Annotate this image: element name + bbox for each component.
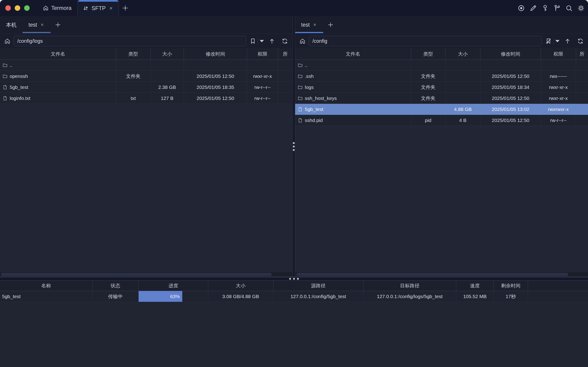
- right-toolbar-icons: [545, 38, 584, 45]
- toolbar-separator: [258, 38, 258, 45]
- table-row[interactable]: ..: [0, 60, 292, 71]
- gear-icon[interactable]: [577, 4, 585, 12]
- left-tab-local[interactable]: 本机: [0, 16, 23, 33]
- bookmark-dropdown-icon[interactable]: [260, 40, 264, 42]
- column-header-name[interactable]: 名称: [0, 281, 92, 291]
- folder-icon: [298, 63, 303, 68]
- search-icon[interactable]: [565, 4, 573, 12]
- scrollbar-thumb[interactable]: [1, 273, 272, 276]
- right-horizontal-scrollbar[interactable]: [295, 272, 588, 277]
- splitter-dot: [293, 146, 295, 147]
- right-path-input[interactable]: [309, 36, 542, 46]
- left-tab-local-label: 本机: [6, 21, 17, 28]
- table-row-selected[interactable]: 5gb_test 4.88 GB 2025/01/05 13:02 rwxrwx…: [295, 104, 588, 115]
- column-header-modified[interactable]: 修改时间: [184, 48, 247, 59]
- transfer-remaining: 17秒: [494, 291, 528, 302]
- new-tab-button[interactable]: [119, 0, 132, 16]
- right-file-pane: test × 文件名 类型 大小 修改时间 权限: [295, 16, 588, 277]
- transfer-row[interactable]: 5gb_test 传输中 63% 3.08 GB/4.88 GB 127.0.0…: [0, 291, 588, 302]
- scrollbar-thumb[interactable]: [297, 273, 568, 276]
- bookmark-icon[interactable]: [249, 38, 256, 45]
- right-tab-test-close-icon[interactable]: ×: [312, 22, 317, 28]
- right-file-list: .. .ssh 文件夹 2025/01/05 12:50 rwx------ l…: [295, 60, 588, 272]
- left-tab-test[interactable]: test ×: [23, 16, 51, 33]
- column-header-owner[interactable]: 所: [278, 48, 292, 59]
- transfer-filler: [528, 291, 588, 302]
- branch-icon[interactable]: [553, 4, 561, 12]
- column-header-size[interactable]: 大小: [208, 281, 273, 291]
- close-window-button[interactable]: [5, 5, 11, 11]
- transfer-target-path: 127.0.0.1:/config/logs/5gb_test: [363, 291, 456, 302]
- left-path-input[interactable]: [14, 36, 246, 46]
- tab-termora[interactable]: Termora: [37, 0, 77, 16]
- column-header-type[interactable]: 类型: [411, 48, 445, 59]
- column-header-size[interactable]: 大小: [445, 48, 480, 59]
- key-icon[interactable]: [541, 4, 549, 12]
- tab-sftp-close-icon[interactable]: ×: [109, 5, 114, 11]
- splitter-dot: [293, 149, 295, 151]
- column-header-target[interactable]: 目标路径: [363, 281, 456, 291]
- bookmark-off-icon[interactable]: [545, 38, 552, 45]
- table-row[interactable]: loginfo.txt txt 127 B 2025/01/05 12:50 r…: [0, 93, 292, 104]
- home-icon[interactable]: [299, 38, 306, 44]
- zoom-window-button[interactable]: [24, 5, 30, 11]
- column-header-source[interactable]: 源路径: [273, 281, 363, 291]
- home-icon[interactable]: [4, 38, 11, 44]
- right-table-header: 文件名 类型 大小 修改时间 权限 所: [295, 48, 588, 60]
- column-header-name[interactable]: 文件名: [295, 48, 411, 59]
- refresh-icon[interactable]: [577, 38, 584, 45]
- left-file-list: .. openssh 文件夹 2025/01/05 12:50 rwxr-xr-…: [0, 60, 292, 272]
- transfers-panel: 名称 状态 进度 大小 源路径 目标路径 速度 剩余时间 5gb_test 传输…: [0, 281, 588, 367]
- table-row[interactable]: sshd.pid pid 4 B 2025/01/05 12:50 rw-r--…: [295, 115, 588, 126]
- left-toolbar-icons: [249, 38, 288, 45]
- transfer-progress-label: 63%: [170, 294, 180, 299]
- table-row[interactable]: ..: [295, 60, 588, 71]
- left-tab-test-close-icon[interactable]: ×: [40, 22, 45, 28]
- table-row[interactable]: logs 文件夹 2025/01/05 18:34 rwxr-xr-x: [295, 82, 588, 93]
- transfer-progress-fill: 63%: [139, 291, 182, 302]
- column-header-name[interactable]: 文件名: [0, 48, 116, 59]
- right-pane-toolbar: [295, 34, 588, 48]
- record-icon[interactable]: [517, 4, 525, 12]
- left-horizontal-scrollbar[interactable]: [0, 272, 292, 277]
- table-row[interactable]: openssh 文件夹 2025/01/05 12:50 rwxr-xr-x: [0, 71, 292, 82]
- column-header-type[interactable]: 类型: [116, 48, 151, 59]
- folder-icon: [298, 96, 303, 101]
- refresh-icon[interactable]: [281, 38, 288, 45]
- column-header-status[interactable]: 状态: [92, 281, 139, 291]
- column-header-speed[interactable]: 速度: [456, 281, 494, 291]
- right-tab-test[interactable]: test ×: [295, 16, 323, 33]
- transfer-progress-cell: 63%: [139, 291, 208, 302]
- table-row[interactable]: .ssh 文件夹 2025/01/05 12:50 rwx------: [295, 71, 588, 82]
- splitter-dot: [293, 142, 295, 144]
- splitter-dot: [289, 278, 291, 280]
- file-icon: [2, 85, 8, 90]
- table-row[interactable]: 5gb_test 2.38 GB 2025/01/05 18:35 rw-r--…: [0, 82, 292, 93]
- traffic-lights: [0, 0, 34, 16]
- minimize-window-button[interactable]: [15, 5, 20, 11]
- left-tab-test-label: test: [28, 22, 37, 28]
- column-header-owner[interactable]: 所: [576, 48, 588, 59]
- column-header-progress[interactable]: 进度: [139, 281, 208, 291]
- table-row[interactable]: ssh_host_keys 文件夹 2025/01/05 12:50 rwxr-…: [295, 93, 588, 104]
- column-header-perm[interactable]: 权限: [247, 48, 278, 59]
- transfer-arrows-icon: [83, 5, 89, 11]
- tab-sftp[interactable]: SFTP ×: [77, 0, 119, 16]
- edit-icon[interactable]: [529, 4, 537, 12]
- right-add-tab-button[interactable]: [327, 16, 334, 33]
- splitter-dot: [297, 278, 299, 280]
- column-header-modified[interactable]: 修改时间: [480, 48, 541, 59]
- pane-splitter-vertical[interactable]: [292, 16, 295, 277]
- column-header-perm[interactable]: 权限: [541, 48, 576, 59]
- column-header-remaining[interactable]: 剩余时间: [494, 281, 528, 291]
- transfers-splitter-horizontal[interactable]: [0, 277, 588, 281]
- column-header-filler: [528, 281, 588, 291]
- home-icon: [43, 5, 49, 11]
- bookmark-dropdown-icon[interactable]: [555, 40, 560, 42]
- file-icon: [298, 118, 303, 123]
- up-directory-icon[interactable]: [564, 38, 571, 45]
- tab-termora-label: Termora: [51, 5, 71, 11]
- column-header-size[interactable]: 大小: [151, 48, 184, 59]
- up-directory-icon[interactable]: [268, 38, 275, 45]
- left-add-tab-button[interactable]: [55, 16, 61, 33]
